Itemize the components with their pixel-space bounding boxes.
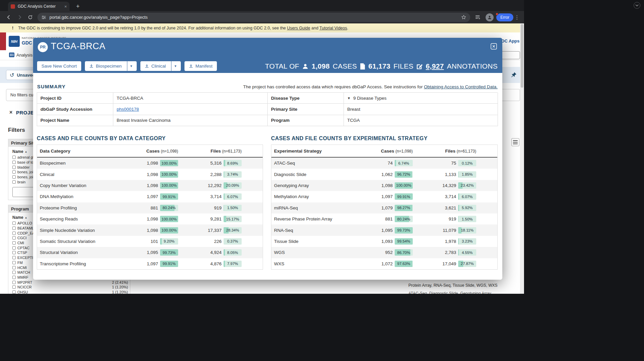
- checkbox[interactable]: [12, 281, 16, 284]
- category-table-title: CASES AND FILE COUNTS BY DATA CATEGORY: [37, 136, 166, 142]
- table-row: Proteome Profiling88180.24%9191.50%: [37, 202, 263, 213]
- files-percent-badge: 23.42%: [458, 182, 476, 189]
- url-text[interactable]: portal.gdc.cancer.gov/analysis_page?app=…: [49, 15, 458, 20]
- clinical-download-button[interactable]: Clinical ▾: [140, 61, 181, 71]
- checkbox[interactable]: [12, 166, 16, 169]
- cases-count: 1,098: [131, 183, 158, 188]
- biospecimen-dropdown-caret[interactable]: ▾: [127, 61, 132, 71]
- page-scrollbar[interactable]: [520, 23, 524, 294]
- files-count: 11,079: [413, 228, 456, 233]
- checkbox[interactable]: [12, 161, 16, 164]
- checkbox[interactable]: [12, 236, 16, 240]
- nih-logo[interactable]: NIH: [9, 36, 20, 47]
- column-header-cases: Cases (n=1,098): [366, 149, 413, 154]
- cases-count: 1,062: [366, 172, 393, 177]
- filter-option-label: OHSU: [17, 290, 28, 294]
- reading-list-icon: [475, 15, 480, 20]
- analysis-center-icon: [9, 53, 14, 57]
- error-button[interactable]: Error: [496, 13, 513, 21]
- dbgap-accession-link[interactable]: phs000178: [117, 107, 139, 112]
- facet-count: 1 (1.20%): [112, 290, 128, 294]
- checkbox[interactable]: [12, 221, 16, 225]
- filter-option-label: MATCH: [17, 270, 30, 274]
- disease-types-dropdown[interactable]: 9 Disease Types: [353, 96, 387, 101]
- facet-count: 1 (1.20%): [112, 285, 128, 289]
- checkbox[interactable]: [12, 227, 16, 230]
- files-percent-badge: 27.87%: [458, 261, 476, 267]
- cases-count: 1,098: [131, 172, 158, 177]
- annotations-label: ANNOTATIONS: [447, 62, 498, 70]
- filter-option: NCICCR1 (1.20%): [12, 285, 130, 290]
- biospecimen-download-button[interactable]: Biospecimen ▾: [85, 61, 137, 71]
- table-row: Diagnostic Slide1,06296.72%1,1331.85%: [271, 169, 497, 180]
- totals-prefix: TOTAL OF: [265, 62, 299, 70]
- table-row: Methylation Array1,09799.91%3,7146.07%: [271, 191, 497, 202]
- checkbox[interactable]: [12, 276, 16, 279]
- facet-count: 2 (2.41%): [112, 280, 128, 284]
- checkbox[interactable]: [12, 290, 16, 294]
- checkbox[interactable]: [12, 256, 16, 259]
- filter-option-label: CGCI: [17, 236, 27, 240]
- modal-close-button[interactable]: [491, 43, 497, 50]
- filter-option-label: brain: [17, 180, 25, 184]
- manifest-download-button[interactable]: Manifest: [184, 61, 217, 71]
- scrollbar-thumb[interactable]: [521, 24, 523, 88]
- checkbox[interactable]: [12, 251, 16, 254]
- new-tab-button[interactable]: +: [74, 2, 82, 11]
- clinical-dropdown-caret[interactable]: ▾: [171, 61, 176, 71]
- checkbox[interactable]: [12, 246, 16, 250]
- table-row: Tissue Slide1,09399.54%1,9783.23%: [271, 236, 497, 247]
- gdc-notice-banner: ! The GDC is continuing to improve GDC 2…: [0, 23, 520, 32]
- background-table-text: ATAC-Seq, Diagnostic Slide, Genotyping A…: [408, 291, 492, 294]
- experimental-strategy-table: Experimental Strategy Cases (n=1,098) Fi…: [271, 145, 498, 270]
- forward-button[interactable]: [14, 12, 25, 23]
- cases-count: 1,093: [366, 239, 393, 244]
- checkbox[interactable]: [12, 175, 16, 179]
- back-button[interactable]: [3, 12, 14, 23]
- chevron-down-icon[interactable]: ▼: [347, 96, 351, 100]
- table-row: Structural Variation1,09599.73%4,9248.05…: [37, 247, 263, 258]
- files-percent-badge: 8.69%: [224, 160, 242, 166]
- files-count: 12,292: [178, 183, 222, 188]
- checkbox[interactable]: [12, 285, 16, 289]
- annotations-total-link[interactable]: 6,927: [426, 62, 444, 70]
- checkbox[interactable]: [12, 241, 16, 245]
- browser-tab[interactable]: GDC Analysis Center ×: [8, 2, 70, 11]
- bookmark-star-icon[interactable]: [461, 15, 466, 20]
- checkbox[interactable]: [12, 156, 16, 159]
- url-bar[interactable]: portal.gdc.cancer.gov/analysis_page?app=…: [37, 13, 470, 22]
- checkbox[interactable]: [12, 261, 16, 264]
- header-control-box[interactable]: [501, 51, 520, 59]
- profile-avatar[interactable]: [486, 13, 494, 21]
- table-options-button[interactable]: [511, 138, 519, 146]
- side-panel-button[interactable]: [472, 12, 483, 23]
- browser-menu-button[interactable]: ⋮: [513, 14, 521, 20]
- warning-icon: !: [12, 26, 13, 30]
- tutorial-videos-link[interactable]: Tutorial Videos: [319, 26, 347, 30]
- pin-button[interactable]: [509, 70, 519, 80]
- close-app-icon[interactable]: ×: [9, 109, 12, 115]
- strategy-table-title: CASES AND FILE COUNTS BY EXPERIMENTAL ST…: [271, 136, 427, 142]
- files-count: 4,876: [178, 261, 222, 266]
- files-percent-badge: 1.50%: [458, 216, 476, 222]
- desktop-chevron-button[interactable]: [634, 2, 640, 9]
- table-body: Biospecimen1,098100.00%5,3168.69%Clinica…: [37, 158, 263, 269]
- checkbox[interactable]: [12, 180, 16, 184]
- tab-close-icon[interactable]: ×: [64, 4, 67, 9]
- filter-option: OHSU1 (1.20%): [12, 290, 130, 294]
- table-row: Copy Number Variation1,098100.00%12,2922…: [37, 180, 263, 191]
- obtaining-access-link[interactable]: Obtaining Access to Controlled Data.: [424, 84, 498, 89]
- files-count: 9,281: [178, 216, 222, 221]
- checkbox[interactable]: [12, 170, 16, 174]
- column-header-files: Files (n=61,173): [413, 149, 476, 154]
- back-icon: [6, 15, 11, 20]
- checkbox[interactable]: [12, 266, 16, 269]
- checkbox[interactable]: [12, 271, 16, 274]
- users-guide-link[interactable]: Users Guide: [287, 26, 310, 30]
- reload-button[interactable]: [25, 12, 35, 23]
- cases-count: 1,098: [131, 216, 158, 221]
- column-header-data-category: Data Category: [37, 149, 131, 154]
- checkbox[interactable]: [12, 232, 16, 235]
- files-percent-badge: 5.92%: [458, 205, 476, 211]
- save-new-cohort-button[interactable]: Save New Cohort: [37, 61, 81, 71]
